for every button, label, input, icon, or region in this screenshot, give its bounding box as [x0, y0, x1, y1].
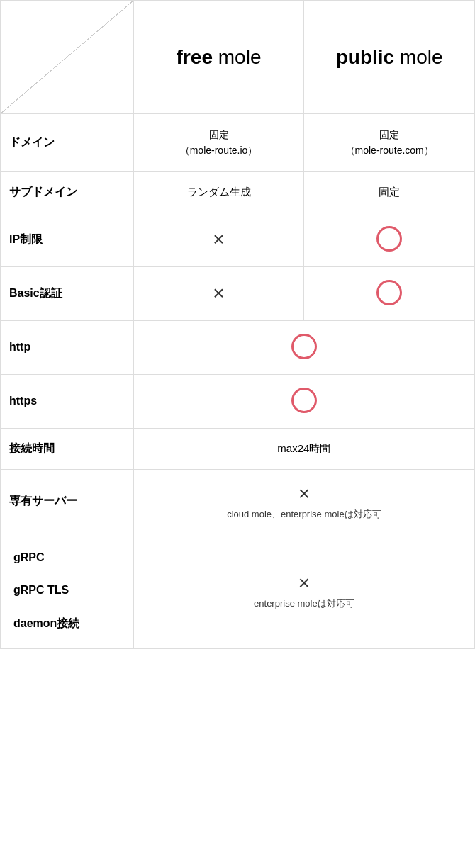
grpc-value: × enterprise moleは対応可 — [133, 534, 474, 648]
free-plan-header: free mole — [133, 1, 304, 114]
ip-restriction-public — [304, 213, 475, 266]
circle-icon-4 — [291, 388, 317, 413]
grpc-tls-label: gRPC TLS — [13, 584, 121, 597]
http-label: http — [1, 320, 134, 374]
grpc-labels: gRPC gRPC TLS daemon接続 — [13, 551, 121, 631]
grpc-row: gRPC gRPC TLS daemon接続 × enterprise mole… — [1, 534, 475, 648]
circle-icon-3 — [291, 334, 317, 359]
grpc-label: gRPC — [13, 551, 121, 564]
basic-auth-free: × — [133, 266, 304, 320]
public-plan-title: public mole — [313, 45, 466, 69]
https-label: https — [1, 374, 134, 428]
circle-icon-2 — [376, 280, 402, 305]
https-value — [133, 374, 474, 428]
circle-icon — [376, 226, 402, 252]
https-row: https — [1, 374, 475, 428]
domain-label: ドメイン — [1, 114, 134, 172]
connection-time-value: max24時間 — [133, 428, 474, 469]
comparison-table: free mole public mole ドメイン 固定（mole-route… — [0, 0, 475, 649]
basic-auth-label: Basic認証 — [1, 266, 134, 320]
cross-icon-2: × — [213, 282, 224, 304]
grpc-note: enterprise moleは対応可 — [142, 597, 466, 610]
subdomain-free: ランダム生成 — [133, 171, 304, 213]
dedicated-server-label: 専有サーバー — [1, 469, 134, 534]
basic-auth-row: Basic認証 × — [1, 266, 475, 320]
daemon-label: daemon接続 — [13, 616, 121, 631]
domain-public: 固定（mole-route.com） — [304, 114, 475, 172]
dedicated-server-row: 専有サーバー × cloud mole、enterprise moleは対応可 — [1, 469, 475, 534]
subdomain-row: サブドメイン ランダム生成 固定 — [1, 171, 475, 213]
public-plan-header: public mole — [304, 1, 475, 114]
connection-time-label: 接続時間 — [1, 428, 134, 469]
public-bold: public — [336, 46, 394, 68]
connection-time-row: 接続時間 max24時間 — [1, 428, 475, 469]
cross-icon-4: × — [298, 572, 310, 594]
cross-icon: × — [213, 228, 224, 250]
domain-row: ドメイン 固定（mole-route.io） 固定（mole-route.com… — [1, 114, 475, 172]
dedicated-server-value: × cloud mole、enterprise moleは対応可 — [133, 469, 474, 534]
free-plan-title: free mole — [142, 45, 296, 69]
cross-icon-3: × — [298, 483, 310, 505]
dedicated-server-note: cloud mole、enterprise moleは対応可 — [142, 508, 466, 521]
public-normal: mole — [394, 46, 442, 68]
ip-restriction-free: × — [133, 213, 304, 266]
subdomain-public: 固定 — [304, 171, 475, 213]
free-normal: mole — [213, 46, 261, 68]
ip-restriction-label: IP制限 — [1, 213, 134, 266]
ip-restriction-row: IP制限 × — [1, 213, 475, 266]
subdomain-label: サブドメイン — [1, 171, 134, 213]
free-bold: free — [177, 46, 213, 68]
domain-free: 固定（mole-route.io） — [133, 114, 304, 172]
corner-cell — [1, 1, 134, 114]
http-row: http — [1, 320, 475, 374]
grpc-label-cell: gRPC gRPC TLS daemon接続 — [1, 534, 134, 648]
http-value — [133, 320, 474, 374]
basic-auth-public — [304, 266, 475, 320]
header-row: free mole public mole — [1, 1, 475, 114]
